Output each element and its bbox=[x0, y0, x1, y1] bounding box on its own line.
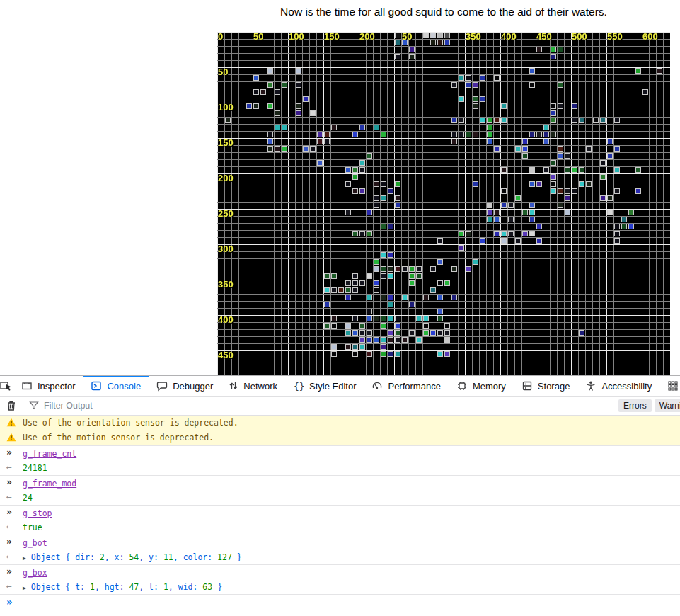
tab-console[interactable]: Console bbox=[83, 376, 149, 396]
console-input-row: »g_frame_cnt bbox=[0, 445, 680, 461]
console-input-row: »g_box bbox=[0, 564, 680, 580]
console-warning-row: Use of the motion sensor is deprecated. bbox=[0, 430, 680, 445]
tab-accessibility[interactable]: Accessibility bbox=[577, 376, 659, 396]
tab-label: Memory bbox=[473, 381, 506, 392]
console-result-row: ←▶Object { dir: 2, x: 54, y: 11, color: … bbox=[0, 550, 680, 564]
input-chevron-icon: » bbox=[6, 477, 19, 487]
squid-grid-canvas bbox=[217, 32, 670, 375]
disclosure-triangle-icon[interactable]: ▶ bbox=[23, 585, 26, 591]
result-arrow-icon: ← bbox=[6, 581, 19, 591]
tab-label: Accessibility bbox=[601, 381, 652, 392]
prompt-chevron-icon[interactable]: » bbox=[6, 596, 19, 608]
object-key: hgt bbox=[105, 582, 120, 592]
tab-performance[interactable]: Performance bbox=[364, 376, 448, 396]
storage-icon bbox=[521, 380, 533, 392]
input-chevron-icon: » bbox=[6, 447, 19, 457]
input-expression[interactable]: g_frame_cnt bbox=[23, 449, 76, 459]
filter-buttons: Errors Warnings bbox=[611, 397, 680, 415]
tab-label: Debugger bbox=[173, 381, 213, 392]
style-editor-icon: {} bbox=[293, 380, 304, 392]
console-input-row: »g_bot bbox=[0, 535, 680, 550]
object-key: wid bbox=[178, 582, 193, 592]
simulation-grid bbox=[217, 32, 670, 375]
warning-icon bbox=[6, 433, 19, 442]
devtools-tabbar: InspectorConsoleDebuggerNetwork{}Style E… bbox=[0, 376, 680, 397]
debugger-icon bbox=[156, 380, 168, 392]
result-arrow-icon: ← bbox=[6, 491, 19, 502]
warning-icon bbox=[6, 418, 19, 427]
clear-console-button[interactable] bbox=[0, 400, 23, 411]
console-output: Use of the orientation sensor is depreca… bbox=[0, 416, 680, 612]
object-label: Object bbox=[31, 582, 61, 592]
console-result-row: ←true bbox=[0, 520, 680, 535]
object-value: 2 bbox=[100, 552, 105, 562]
object-value: 11 bbox=[163, 552, 173, 562]
result-arrow-icon: ← bbox=[6, 462, 19, 472]
warning-text: Use of the motion sensor is deprecated. bbox=[23, 433, 214, 443]
result-arrow-icon: ← bbox=[6, 551, 19, 561]
filter-output-input[interactable]: Filter Output bbox=[23, 401, 93, 411]
tab-label: Performance bbox=[388, 381, 440, 392]
disclosure-triangle-icon[interactable]: ▶ bbox=[23, 555, 26, 561]
object-key: x bbox=[115, 552, 120, 562]
object-key: y bbox=[149, 552, 154, 562]
node-picker-icon bbox=[0, 380, 13, 392]
tab-label: Style Editor bbox=[309, 381, 356, 392]
filter-funnel-icon bbox=[29, 401, 39, 411]
result-arrow-icon: ← bbox=[6, 521, 19, 532]
memory-icon bbox=[456, 380, 468, 392]
tab-label: Storage bbox=[538, 381, 570, 392]
console-result-row: ←24 bbox=[0, 491, 680, 505]
object-key: l bbox=[149, 582, 154, 592]
console-input-row: »g_frame_mod bbox=[0, 475, 680, 491]
result-value: true bbox=[23, 523, 42, 532]
tab-network[interactable]: Network bbox=[221, 376, 285, 396]
object-key: t bbox=[75, 582, 80, 592]
console-result-row: ←▶Object { t: 1, hgt: 47, l: 1, wid: 63 … bbox=[0, 580, 680, 594]
object-value: 47 bbox=[129, 582, 139, 592]
object-value: 1 bbox=[90, 582, 95, 592]
console-prompt-row[interactable]: » bbox=[0, 594, 680, 612]
input-chevron-icon: » bbox=[6, 566, 19, 576]
console-input-row: »g_stop bbox=[0, 505, 680, 520]
console-toolbar: Filter Output Errors Warnings bbox=[0, 397, 680, 416]
tab-storage[interactable]: Storage bbox=[514, 376, 578, 396]
input-expression[interactable]: g_frame_mod bbox=[23, 479, 76, 489]
tab-inspector[interactable]: Inspector bbox=[13, 376, 83, 396]
page-title: Now is the time for all good squid to co… bbox=[217, 6, 670, 18]
tab-label: Network bbox=[243, 381, 277, 392]
input-expression[interactable]: g_bot bbox=[23, 538, 47, 548]
errors-filter-button[interactable]: Errors bbox=[618, 399, 652, 412]
warning-text: Use of the orientation sensor is depreca… bbox=[23, 418, 238, 428]
devtools-panel: InspectorConsoleDebuggerNetwork{}Style E… bbox=[0, 375, 680, 616]
trash-icon bbox=[6, 400, 16, 411]
object-value: 127 bbox=[217, 552, 232, 562]
toolbar-divider bbox=[611, 399, 611, 412]
filter-placeholder: Filter Output bbox=[44, 401, 93, 411]
console-warning-row: Use of the orientation sensor is depreca… bbox=[0, 416, 680, 430]
performance-icon bbox=[371, 380, 383, 392]
tab-style-editor[interactable]: {}Style Editor bbox=[285, 376, 364, 396]
input-expression[interactable]: g_stop bbox=[23, 508, 52, 518]
tab-label: Console bbox=[107, 381, 141, 392]
tab-debugger[interactable]: Debugger bbox=[149, 376, 221, 396]
browser-page: Now is the time for all good squid to co… bbox=[0, 0, 680, 616]
input-expression[interactable]: g_box bbox=[23, 568, 47, 578]
object-value: 54 bbox=[129, 552, 139, 562]
tab-label: Inspector bbox=[38, 381, 75, 392]
object-key: color bbox=[183, 552, 208, 562]
object-value: 63 bbox=[202, 582, 212, 592]
object-key: dir bbox=[75, 552, 90, 562]
network-icon bbox=[229, 380, 238, 392]
object-label: Object bbox=[31, 552, 61, 562]
application-icon bbox=[667, 380, 679, 392]
tab-application[interactable]: Application bbox=[659, 376, 680, 396]
input-chevron-icon: » bbox=[6, 506, 19, 517]
result-value: 24 bbox=[23, 493, 33, 503]
node-picker-button[interactable] bbox=[0, 376, 13, 396]
object-value: 1 bbox=[163, 582, 168, 592]
accessibility-icon bbox=[585, 380, 597, 392]
tab-memory[interactable]: Memory bbox=[449, 376, 514, 396]
warnings-filter-button[interactable]: Warnings bbox=[655, 399, 680, 412]
input-chevron-icon: » bbox=[6, 536, 19, 547]
